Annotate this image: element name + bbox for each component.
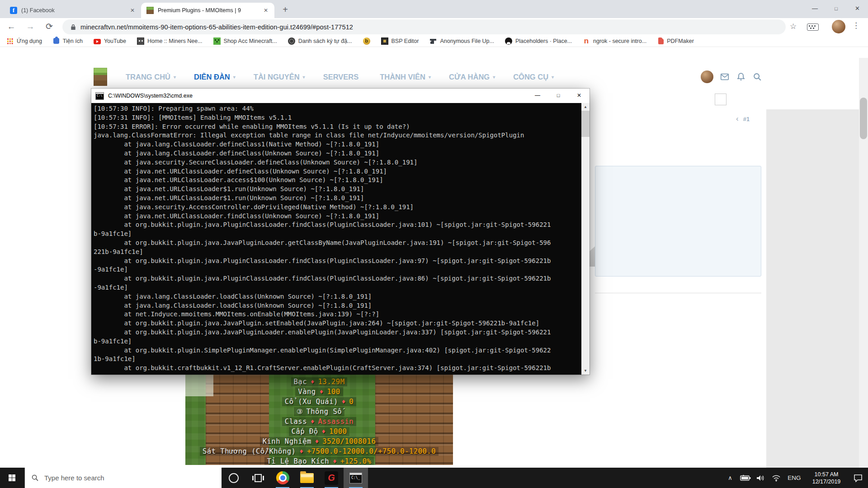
stat-diamond-icon: ♦ (299, 448, 303, 455)
taskbar-search-box[interactable] (24, 468, 222, 488)
taskbar-search-input[interactable] (44, 474, 193, 482)
nav-item[interactable]: TÀI NGUYÊN ▾ (254, 73, 305, 81)
cmd-window-title: C:\WINDOWS\system32\cmd.exe (108, 93, 527, 99)
console-line: at java.net.URLClassLoader.defineClass(U… (94, 167, 590, 176)
bookmark-item[interactable]: PDFMaker (657, 38, 694, 44)
cmd-close-button[interactable]: ✕ (569, 89, 590, 103)
bookmark-icon (429, 38, 437, 45)
nav-item[interactable]: THÀNH VIÊN ▾ (380, 73, 431, 81)
browser-scrollbar[interactable] (859, 58, 868, 468)
forward-button[interactable]: → (24, 20, 37, 33)
bookmark-item[interactable]: YouTube (94, 38, 126, 44)
network-button[interactable] (769, 468, 784, 488)
nav-item[interactable]: CÔNG CỤ ▾ (513, 73, 554, 81)
bookmark-icon (583, 38, 590, 45)
bookmark-label: Placeholders · Place... (515, 38, 572, 44)
start-button[interactable] (0, 468, 24, 488)
nav-item[interactable]: TRANG CHỦ ▾ (126, 73, 176, 81)
volume-button[interactable] (753, 468, 769, 488)
minecraft-stat-row: Cấp Độ ♦ 1000 (289, 427, 350, 437)
taskbar-file-explorer-button[interactable] (295, 468, 319, 488)
bookmark-item[interactable]: ngrok - secure intro... (583, 38, 646, 45)
back-button[interactable]: ← (5, 20, 18, 33)
user-avatar[interactable] (701, 70, 713, 83)
minecraft-stat-row: Kinh Nghiệm ♦ 3520/1008016 (260, 437, 379, 447)
taskbar-garena-button[interactable]: G (319, 468, 344, 488)
console-line: at org.bukkit.plugin.java.PluginClassLoa… (94, 221, 590, 230)
cmd-minimize-button[interactable]: — (527, 89, 548, 103)
inbox-envelope-icon[interactable] (720, 72, 730, 82)
browser-menu-kebab-icon[interactable]: ⋮ (852, 21, 860, 30)
minecraft-favicon-icon (146, 7, 154, 14)
close-tab-icon[interactable]: ✕ (128, 6, 137, 14)
action-center-button[interactable] (848, 468, 868, 488)
stat-label: Kinh Nghiệm (263, 437, 311, 446)
cmd-scrollbar[interactable]: ▲ ▼ (581, 103, 590, 375)
cmd-maximize-button[interactable]: □ (548, 89, 569, 103)
bookmark-item[interactable]: Shop Acc Minecraft... (213, 38, 277, 45)
cmd-window[interactable]: C:\WINDOWS\system32\cmd.exe — □ ✕ [10:57… (91, 89, 590, 375)
tab-title: (1) Facebook (21, 7, 126, 14)
content-divider (595, 293, 761, 293)
bookmark-item[interactable]: Anonymous File Up... (429, 38, 494, 45)
maximize-window-button[interactable]: □ (826, 0, 847, 18)
address-bar[interactable]: minecraftvn.net/mmoitems-90-item-options… (62, 19, 786, 34)
share-post-icon[interactable]: ‹ (736, 114, 739, 123)
language-indicator[interactable]: ENG (784, 474, 805, 481)
tab-facebook[interactable]: (1) Facebook ✕ (5, 3, 141, 18)
cortana-button[interactable] (222, 468, 246, 488)
browser-scrollbar-thumb[interactable] (860, 98, 867, 139)
battery-button[interactable] (738, 468, 753, 488)
hidden-icons-chevron[interactable]: ∧ (722, 474, 738, 481)
stat-diamond-icon: ♦ (320, 388, 323, 395)
console-line: at java.net.URLClassLoader$1.run(Unknown… (94, 194, 590, 203)
bookmark-item[interactable]: Ứng dụng (6, 38, 42, 45)
bookmark-item[interactable]: Danh sách ký tự đặ... (288, 38, 352, 45)
bookmark-item[interactable]: BSP Editor (381, 38, 419, 45)
taskbar-cmd-button[interactable] (344, 468, 368, 488)
console-line: b-9a1fc1e] (94, 230, 590, 239)
tab-title: Premium Plugins - MMOItems | 9 (158, 7, 259, 14)
bookmark-star-icon[interactable]: ☆ (790, 22, 797, 31)
url-input[interactable]: minecraftvn.net/mmoitems-90-item-options… (80, 23, 353, 31)
task-view-button[interactable] (246, 468, 270, 488)
bookmark-label: YouTube (104, 38, 126, 44)
bookmark-item[interactable]: Tiện ích (53, 38, 83, 44)
post-number-link[interactable]: #1 (743, 116, 750, 122)
bookmark-icon (288, 38, 295, 45)
cmd-scrollbar-thumb[interactable] (581, 111, 590, 137)
bookmark-label: Home :: Miners Nee... (147, 38, 203, 44)
tab-mmoitems[interactable]: Premium Plugins - MMOItems | 9 ✕ (141, 3, 274, 18)
minecraft-stat-row: Vàng ♦ 100 (295, 387, 343, 397)
nav-item[interactable]: SERVERS (323, 73, 362, 81)
close-tab-icon[interactable]: ✕ (262, 6, 270, 14)
bookmark-label: Shop Acc Minecraft... (224, 38, 277, 44)
alerts-bell-icon[interactable] (736, 72, 746, 82)
reload-button[interactable]: ⟳ (42, 20, 56, 33)
browser-profile-avatar[interactable] (832, 20, 845, 33)
scroll-up-icon[interactable]: ▲ (581, 103, 590, 111)
stat-diamond-icon: ♦ (311, 378, 314, 385)
minecraft-screenshot[interactable]: Bạc ♦ 13.29M Vàng ♦ 100 (185, 375, 453, 465)
nav-item[interactable]: DIỄN ĐÀN ▾ (194, 73, 236, 81)
taskbar-chrome-button[interactable] (270, 468, 295, 488)
close-window-button[interactable]: ✕ (847, 0, 868, 18)
minecraft-stat-row: Sát Thương (Cố/Không) ♦ +7500.0-12000.0/… (200, 447, 439, 457)
cmd-titlebar[interactable]: C:\WINDOWS\system32\cmd.exe — □ ✕ (91, 89, 590, 103)
taskbar-clock[interactable]: 10:57 AM 12/17/2019 (805, 471, 848, 485)
bookmark-item[interactable]: Placeholders · Place... (505, 38, 572, 45)
bookmark-item[interactable] (363, 38, 370, 45)
nav-item[interactable]: CỬA HÀNG ▾ (449, 73, 495, 81)
quote-box[interactable] (595, 166, 761, 277)
new-tab-button[interactable]: + (279, 4, 292, 16)
bookmark-item[interactable]: Home :: Miners Nee... (137, 38, 203, 45)
console-line: 221b-9a1fc1e] (94, 248, 590, 257)
minimize-window-button[interactable]: — (804, 0, 826, 18)
search-icon[interactable] (752, 72, 762, 82)
stat-value: Assassin (318, 418, 354, 426)
console-line: at java.net.URLClassLoader.findClass(Unk… (94, 212, 590, 221)
site-logo-grass-block-icon[interactable] (94, 68, 107, 86)
scroll-down-icon[interactable]: ▼ (581, 367, 590, 375)
chevron-down-icon: ▾ (233, 75, 236, 80)
input-tools-icon[interactable] (807, 23, 819, 31)
